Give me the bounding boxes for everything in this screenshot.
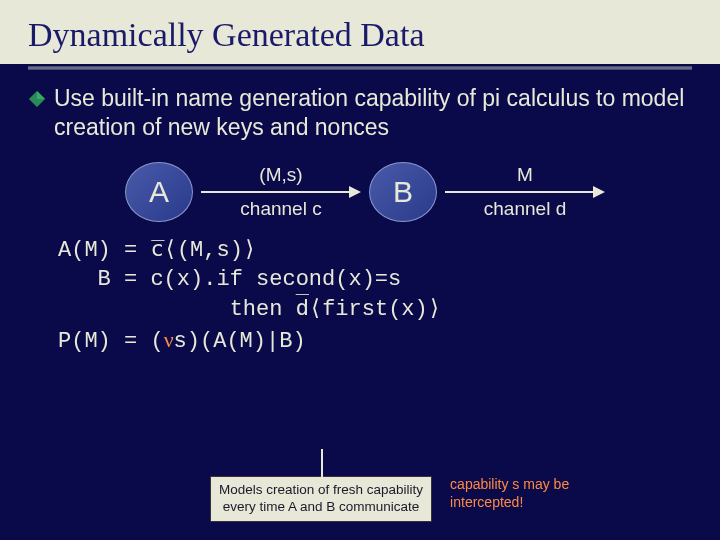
title-block: Dynamically Generated Data bbox=[0, 0, 720, 64]
edge-ab: (M,s) channel c bbox=[201, 164, 361, 220]
edge-bd: M channel d bbox=[445, 164, 605, 220]
code-line-2: B = c(x).if second(x)=s bbox=[58, 267, 401, 292]
content-area: Use built-in name generation capability … bbox=[0, 70, 720, 366]
callout-box: Models creation of fresh capability ever… bbox=[210, 476, 432, 522]
diamond-bullet-icon bbox=[28, 90, 46, 108]
side-note: capability s may be intercepted! bbox=[450, 476, 590, 511]
edge-ab-bottom: channel c bbox=[240, 198, 321, 220]
nu-symbol: ν bbox=[164, 327, 174, 352]
node-b: B bbox=[369, 162, 437, 222]
code-block: A(M) = c̅⟨(M,s)⟩ B = c(x).if second(x)=s… bbox=[28, 236, 692, 357]
callout-line-1: Models creation of fresh capability bbox=[219, 482, 423, 499]
bullet-text: Use built-in name generation capability … bbox=[54, 84, 692, 142]
callout-line-2: every time A and B communicate bbox=[219, 499, 423, 516]
code-line-4b: s)(A(M)|B) bbox=[174, 329, 306, 354]
slide-title: Dynamically Generated Data bbox=[28, 16, 692, 54]
code-line-4a: P(M) = ( bbox=[58, 329, 164, 354]
code-line-3: then d̅⟨first(x)⟩ bbox=[58, 297, 441, 322]
edge-bd-bottom: channel d bbox=[484, 198, 566, 220]
bullet-row: Use built-in name generation capability … bbox=[28, 84, 692, 142]
arrow-icon bbox=[445, 188, 605, 196]
callout-pointer-icon bbox=[321, 449, 323, 477]
diagram: A (M,s) channel c B M channel d bbox=[28, 162, 692, 222]
callouts: Models creation of fresh capability ever… bbox=[0, 476, 720, 522]
code-line-1: A(M) = c̅⟨(M,s)⟩ bbox=[58, 238, 256, 263]
edge-ab-top: (M,s) bbox=[259, 164, 302, 186]
edge-bd-top: M bbox=[517, 164, 533, 186]
arrow-icon bbox=[201, 188, 361, 196]
node-a: A bbox=[125, 162, 193, 222]
